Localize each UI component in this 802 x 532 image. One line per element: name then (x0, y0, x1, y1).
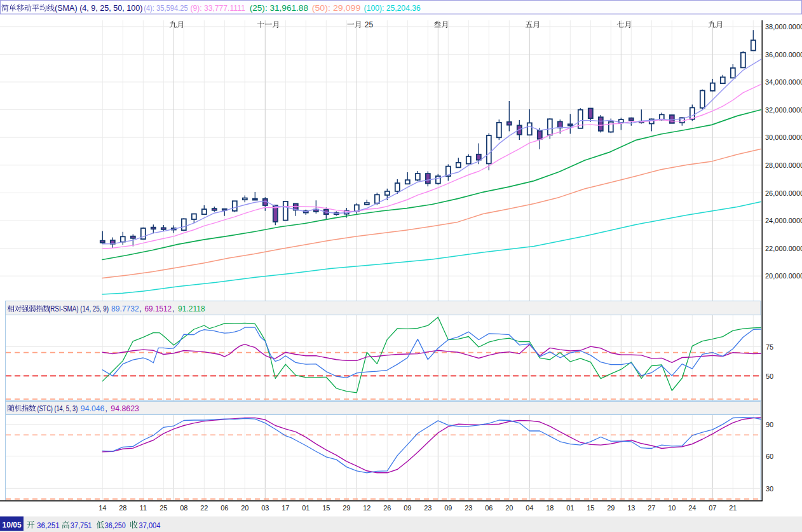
svg-text:23: 23 (424, 504, 432, 512)
svg-text:22: 22 (200, 504, 208, 512)
svg-text:94.046: 94.046 (81, 404, 105, 413)
svg-text:,: , (140, 304, 142, 313)
svg-text:13: 13 (627, 504, 635, 512)
svg-text:(100): 25,204.36: (100): 25,204.36 (364, 4, 421, 13)
svg-text:15: 15 (587, 504, 594, 512)
svg-text:,: , (105, 404, 107, 413)
svg-text:75: 75 (766, 343, 773, 351)
svg-text:10/05: 10/05 (3, 520, 22, 529)
svg-text:(4): 35,594.25: (4): 35,594.25 (144, 4, 188, 13)
svg-text:89.7732: 89.7732 (111, 304, 139, 313)
svg-text:09: 09 (444, 504, 452, 512)
svg-text:36,000.0000: 36,000.0000 (765, 51, 802, 58)
svg-text:(25): 31,961.88: (25): 31,961.88 (250, 4, 309, 13)
svg-text:12: 12 (363, 504, 370, 512)
svg-text:32,000.0000: 32,000.0000 (765, 106, 802, 114)
svg-text:18: 18 (546, 504, 554, 512)
svg-text:01: 01 (302, 504, 309, 512)
svg-text:26,000.0000: 26,000.0000 (765, 189, 802, 197)
svg-text:29: 29 (343, 504, 350, 512)
svg-text:27: 27 (648, 504, 655, 512)
svg-text:20: 20 (505, 504, 513, 512)
svg-text:10: 10 (668, 504, 676, 512)
svg-text:(SMA) (4, 9, 25, 50, 100): (SMA) (4, 9, 25, 50, 100) (55, 4, 143, 13)
svg-text:09: 09 (404, 504, 411, 512)
svg-text:91.2118: 91.2118 (178, 304, 205, 313)
svg-text:38,000.0000: 38,000.0000 (765, 23, 802, 31)
svg-text:60: 60 (766, 453, 773, 460)
svg-text:17: 17 (282, 504, 289, 512)
svg-text:(50): 29,099: (50): 29,099 (312, 4, 361, 13)
svg-text:34,000.0000: 34,000.0000 (765, 78, 802, 86)
svg-text:06: 06 (221, 504, 228, 512)
svg-text:07: 07 (709, 504, 716, 512)
svg-text:21: 21 (729, 504, 737, 512)
svg-text:06: 06 (485, 504, 493, 512)
svg-text:25: 25 (160, 504, 167, 512)
svg-text:11: 11 (140, 504, 147, 512)
svg-text:26: 26 (383, 504, 391, 512)
svg-text:30: 30 (766, 485, 773, 493)
svg-text:37,751: 37,751 (71, 521, 92, 530)
svg-text:14: 14 (99, 504, 106, 512)
svg-text:03: 03 (261, 504, 269, 512)
svg-text:20,000.0000: 20,000.0000 (765, 272, 802, 280)
svg-text:23: 23 (465, 504, 472, 512)
svg-text:20: 20 (241, 504, 248, 512)
svg-text:08: 08 (180, 504, 187, 512)
svg-text:25: 25 (365, 20, 374, 29)
svg-text:36,251: 36,251 (37, 521, 60, 530)
svg-text:24: 24 (688, 504, 696, 512)
svg-text:(9): 33,777.1111: (9): 33,777.1111 (191, 4, 246, 13)
svg-text:37,004: 37,004 (139, 521, 161, 530)
svg-text:28,000.0000: 28,000.0000 (765, 161, 802, 169)
svg-text:22,000.0000: 22,000.0000 (765, 245, 802, 252)
svg-text:01: 01 (566, 504, 574, 512)
svg-text:90: 90 (766, 421, 773, 428)
svg-text:15: 15 (322, 504, 330, 512)
svg-text:69.1512: 69.1512 (145, 304, 172, 313)
svg-text:36,250: 36,250 (105, 521, 126, 530)
svg-text:50: 50 (766, 372, 773, 380)
svg-text:30,000.0000: 30,000.0000 (765, 133, 802, 141)
svg-text:94.8623: 94.8623 (111, 404, 139, 413)
svg-text:24,000.0000: 24,000.0000 (765, 217, 802, 224)
svg-text:,: , (172, 304, 174, 313)
svg-text:28: 28 (119, 504, 126, 512)
svg-text:(STC) (14, 5, 3): (STC) (14, 5, 3) (37, 404, 78, 413)
svg-text:(RSI-SMA) (14, 25, 9): (RSI-SMA) (14, 25, 9) (48, 304, 109, 313)
svg-text:29: 29 (607, 504, 615, 512)
svg-text:04: 04 (526, 504, 533, 512)
